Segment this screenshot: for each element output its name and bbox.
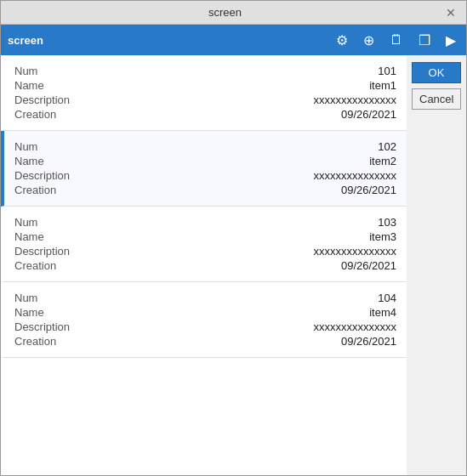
item-row: Creation09/26/2021	[14, 258, 396, 273]
copy-icon[interactable]: ❒	[415, 31, 434, 50]
item-row: Creation09/26/2021	[14, 334, 396, 348]
field-value: xxxxxxxxxxxxxxx	[314, 169, 397, 182]
field-label: Creation	[14, 184, 56, 196]
field-value: item4	[369, 306, 396, 319]
window-title: screen	[8, 6, 442, 19]
field-label: Creation	[14, 335, 56, 348]
toolbar: screen ⚙ ⊕ 🗒 ❒ ▶	[1, 25, 466, 55]
field-value: 09/26/2021	[341, 335, 396, 348]
field-label: Name	[14, 155, 44, 167]
item-row: Nameitem3	[14, 230, 396, 244]
item-row: Creation09/26/2021	[14, 107, 396, 122]
field-value: 09/26/2021	[341, 184, 396, 196]
gear-icon[interactable]: ⚙	[333, 31, 351, 50]
list-item[interactable]: Num101Nameitem1Descriptionxxxxxxxxxxxxxx…	[1, 55, 407, 131]
items-list[interactable]: Num101Nameitem1Descriptionxxxxxxxxxxxxxx…	[1, 55, 407, 475]
field-value: item1	[369, 79, 396, 92]
field-label: Description	[14, 245, 70, 258]
ok-button[interactable]: OK	[412, 62, 461, 83]
list-item[interactable]: Num102Nameitem2Descriptionxxxxxxxxxxxxxx…	[1, 131, 407, 207]
field-label: Name	[14, 306, 44, 319]
field-label: Creation	[14, 259, 56, 272]
document-icon[interactable]: 🗒	[386, 31, 407, 49]
field-value: 09/26/2021	[341, 108, 396, 121]
toolbar-title: screen	[8, 34, 324, 47]
field-value: 102	[378, 140, 396, 153]
item-row: Descriptionxxxxxxxxxxxxxxx	[14, 244, 396, 258]
item-row: Num101	[14, 64, 396, 78]
field-value: item3	[369, 230, 396, 243]
side-buttons-panel: OK Cancel	[407, 55, 466, 475]
field-label: Num	[14, 140, 37, 153]
play-icon[interactable]: ▶	[442, 31, 459, 50]
list-item[interactable]: Num103Nameitem3Descriptionxxxxxxxxxxxxxx…	[1, 207, 407, 282]
field-value: 104	[378, 292, 396, 304]
field-label: Num	[14, 65, 37, 77]
globe-icon[interactable]: ⊕	[360, 31, 378, 50]
item-row: Nameitem2	[14, 154, 396, 168]
field-value: xxxxxxxxxxxxxxx	[314, 94, 397, 106]
field-value: xxxxxxxxxxxxxxx	[314, 320, 397, 333]
field-label: Num	[14, 292, 37, 304]
item-row: Descriptionxxxxxxxxxxxxxxx	[14, 93, 396, 107]
list-item[interactable]: Num104Nameitem4Descriptionxxxxxxxxxxxxxx…	[1, 282, 407, 358]
close-button[interactable]: ✕	[442, 6, 459, 20]
field-label: Name	[14, 79, 44, 92]
field-label: Num	[14, 216, 37, 229]
item-row: Num102	[14, 139, 396, 154]
field-value: 103	[378, 216, 396, 229]
field-value: 101	[378, 65, 396, 77]
item-row: Nameitem1	[14, 78, 396, 93]
item-row: Descriptionxxxxxxxxxxxxxxx	[14, 320, 396, 334]
item-row: Num104	[14, 291, 396, 305]
field-value: xxxxxxxxxxxxxxx	[314, 245, 397, 258]
field-value: item2	[369, 155, 396, 167]
content-area: Num101Nameitem1Descriptionxxxxxxxxxxxxxx…	[1, 55, 466, 475]
item-row: Descriptionxxxxxxxxxxxxxxx	[14, 168, 396, 183]
field-label: Description	[14, 94, 70, 106]
field-label: Name	[14, 230, 44, 243]
field-label: Description	[14, 320, 70, 333]
item-row: Num103	[14, 215, 396, 230]
field-value: 09/26/2021	[341, 259, 396, 272]
field-label: Creation	[14, 108, 56, 121]
field-label: Description	[14, 169, 70, 182]
cancel-button[interactable]: Cancel	[412, 88, 461, 110]
item-row: Creation09/26/2021	[14, 183, 396, 197]
title-bar: screen ✕	[1, 1, 466, 25]
main-window: screen ✕ screen ⚙ ⊕ 🗒 ❒ ▶ Num101Nameitem…	[0, 0, 467, 476]
item-row: Nameitem4	[14, 305, 396, 320]
